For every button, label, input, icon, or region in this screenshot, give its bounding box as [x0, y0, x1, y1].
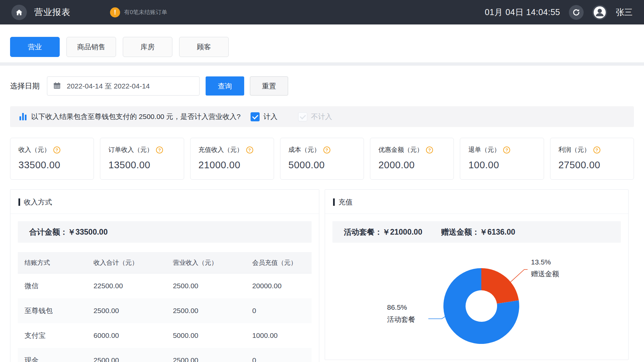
help-icon[interactable]: ?	[246, 146, 253, 154]
stat-card-value: 2000.00	[378, 160, 445, 171]
cell-recharge: 0	[246, 356, 312, 362]
stat-card-refund: 退单（元）? 100.00	[460, 138, 544, 180]
tab-warehouse[interactable]: 库房	[123, 37, 172, 57]
tab-customers[interactable]: 顾客	[179, 37, 229, 57]
stat-card-value: 33500.00	[18, 160, 86, 171]
cell-business: 5000.00	[166, 331, 246, 340]
stat-card-label: 利润（元）	[558, 145, 590, 154]
cell-method: 支付宝	[18, 331, 87, 340]
help-icon[interactable]: ?	[323, 146, 330, 154]
income-panel-title: 收入方式	[24, 197, 52, 207]
stat-card-order-income: 订单收入（元）? 13500.00	[100, 138, 184, 180]
avatar[interactable]	[592, 5, 607, 20]
calendar-icon	[53, 82, 61, 91]
income-total-value: ￥33500.00	[68, 227, 108, 237]
top-header-bar: 营业报表 ! 有0笔未结账订单 01月 04日 14:04:55 张三	[0, 0, 644, 24]
stat-card-value: 100.00	[468, 160, 535, 171]
report-tabs-section: 营业 商品销售 库房 顾客	[0, 24, 644, 62]
report-tabs: 营业 商品销售 库房 顾客	[10, 37, 634, 57]
unsettled-orders-notice: ! 有0笔未结账订单	[110, 7, 167, 17]
cell-method: 现金	[18, 356, 87, 362]
gift-value: ￥6136.00	[480, 227, 515, 237]
date-range-input[interactable]	[47, 76, 200, 96]
cell-method: 微信	[18, 281, 87, 291]
cell-business: 2500.00	[166, 356, 246, 362]
stat-card-profit: 利润（元）? 27500.00	[550, 138, 634, 180]
current-user-name[interactable]: 张三	[616, 7, 633, 18]
exclude-option[interactable]: 不计入	[298, 112, 332, 121]
col-header: 营业收入（元）	[166, 258, 246, 267]
income-table-header: 结账方式 收入合计（元） 营业收入（元） 会员充值（元）	[18, 252, 312, 274]
leader-line-package	[428, 316, 445, 319]
stat-card-label: 订单收入（元）	[108, 145, 153, 154]
recharge-panel: 充值 活动套餐： ￥21000.00 赠送金额： ￥6136.00 13.5% …	[325, 189, 629, 360]
page-title: 营业报表	[34, 6, 70, 18]
stat-card-label: 收入（元）	[18, 145, 50, 154]
section-marker	[333, 198, 335, 206]
income-total-box: 合计金额： ￥33500.00	[18, 221, 312, 243]
col-header: 收入合计（元）	[87, 258, 166, 267]
cell-recharge: 0	[246, 307, 312, 315]
cell-total: 22500.00	[87, 282, 166, 290]
package-value: ￥21000.00	[382, 227, 422, 237]
tab-product-sales[interactable]: 商品销售	[66, 37, 116, 57]
cell-total: 2500.00	[87, 356, 166, 362]
date-filter-row: 选择日期 查询 重置	[10, 76, 634, 96]
recharge-donut-chart: 13.5% 赠送金额 86.5% 活动套餐	[332, 250, 621, 354]
stat-card-recharge-income: 充值收入（元）? 21000.00	[190, 138, 274, 180]
help-icon[interactable]: ?	[156, 146, 163, 154]
stat-cards-row: 收入（元）? 33500.00 订单收入（元）? 13500.00 充值收入（元…	[10, 138, 634, 180]
help-icon[interactable]: ?	[593, 146, 600, 154]
stat-card-label: 退单（元）	[468, 145, 500, 154]
include-label: 计入	[263, 112, 277, 121]
home-button[interactable]	[11, 5, 27, 20]
table-row-alipay: 支付宝 6000.00 5000.00 1000.00	[18, 323, 312, 348]
table-row-cash: 现金 2500.00 2500.00 0	[18, 348, 312, 362]
stat-card-value: 13500.00	[108, 160, 175, 171]
stat-card-income: 收入（元）? 33500.00	[10, 138, 94, 180]
stat-card-label: 成本（元）	[288, 145, 320, 154]
wallet-income-notice-text: 以下收入结果包含至尊钱包支付的 2500.00 元，是否计入营业收入?	[31, 112, 240, 121]
tab-business[interactable]: 营业	[10, 37, 60, 57]
unsettled-orders-text: 有0笔未结账订单	[124, 8, 167, 16]
stat-card-label: 充值收入（元）	[199, 145, 243, 154]
stat-card-value: 27500.00	[558, 160, 626, 171]
reset-button[interactable]: 重置	[250, 76, 288, 96]
package-label: 活动套餐：	[344, 227, 382, 237]
section-divider	[0, 62, 644, 66]
cell-business: 2500.00	[166, 282, 246, 290]
stat-card-cost: 成本（元）? 5000.00	[280, 138, 364, 180]
donut-slice-0[interactable]	[481, 268, 519, 304]
exclude-checkbox[interactable]	[298, 112, 307, 121]
datetime-display: 01月 04日 14:04:55	[485, 7, 560, 18]
table-row-supreme-wallet: 至尊钱包 2500.00 2500.00 0	[18, 298, 312, 323]
col-header: 会员充值（元）	[246, 258, 312, 267]
help-icon[interactable]: ?	[503, 146, 510, 154]
income-table: 结账方式 收入合计（元） 营业收入（元） 会员充值（元） 微信 22500.00…	[18, 252, 312, 362]
wallet-income-notice-bar: 以下收入结果包含至尊钱包支付的 2500.00 元，是否计入营业收入? 计入 不…	[10, 106, 634, 127]
include-option[interactable]: 计入	[251, 112, 277, 121]
col-header: 结账方式	[18, 258, 87, 267]
help-icon[interactable]: ?	[426, 146, 433, 154]
stat-card-discount: 优惠金额（元）? 2000.00	[370, 138, 454, 180]
gift-label: 赠送金额：	[441, 227, 480, 237]
income-total-label: 合计金额：	[29, 227, 68, 237]
refresh-button[interactable]	[569, 5, 584, 20]
cell-total: 6000.00	[87, 331, 166, 340]
cell-total: 2500.00	[87, 307, 166, 315]
home-icon	[15, 8, 23, 16]
stat-card-value: 5000.00	[288, 160, 356, 171]
section-marker	[18, 198, 20, 206]
cell-business: 2500.00	[166, 307, 246, 315]
table-row-wechat: 微信 22500.00 2500.00 20000.00	[18, 274, 312, 298]
help-icon[interactable]: ?	[53, 146, 60, 154]
refresh-icon	[572, 8, 581, 17]
gift-name-label: 赠送金额	[531, 270, 559, 278]
include-checkbox[interactable]	[251, 112, 260, 121]
bar-chart-icon	[19, 113, 26, 120]
gift-percent-label: 13.5%	[531, 258, 551, 266]
income-method-panel: 收入方式 合计金额： ￥33500.00 结账方式 收入合计（元） 营业收入（元…	[10, 189, 319, 362]
package-percent-label: 86.5%	[387, 303, 407, 311]
recharge-panel-title: 充值	[338, 197, 353, 207]
query-button[interactable]: 查询	[206, 76, 244, 96]
